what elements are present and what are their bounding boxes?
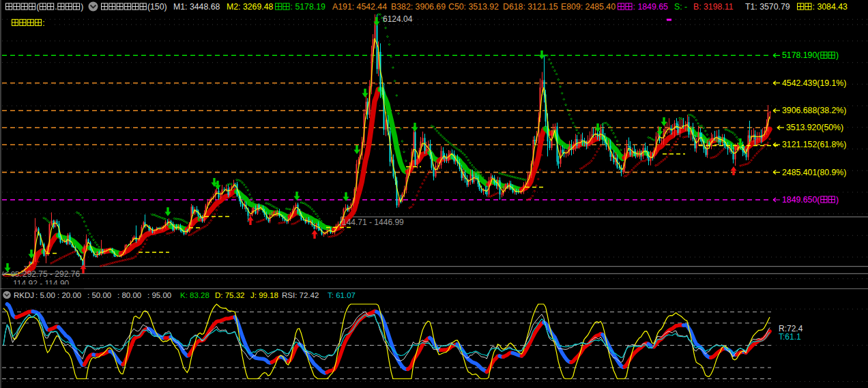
svg-text:M1: 3448.68: M1: 3448.68 xyxy=(173,2,220,12)
svg-text:4542.439(19.1%): 4542.439(19.1%) xyxy=(782,78,846,88)
svg-text:): ) xyxy=(81,2,83,12)
svg-text:E809: 2485.40: E809: 2485.40 xyxy=(561,2,616,12)
svg-text::: : xyxy=(42,18,44,28)
svg-text:T:61.1: T:61.1 xyxy=(779,332,801,342)
svg-text:M2: 3269.48: M2: 3269.48 xyxy=(227,2,274,12)
svg-text:: 3084.43: : 3084.43 xyxy=(813,2,848,12)
svg-text:6124.04: 6124.04 xyxy=(383,14,413,24)
svg-text:3906.688(38.2%): 3906.688(38.2%) xyxy=(782,106,846,115)
svg-text:C50: 3513.92: C50: 3513.92 xyxy=(448,2,499,12)
svg-text:: 50.00: : 50.00 xyxy=(87,291,111,299)
svg-text:: 80.00: : 80.00 xyxy=(117,291,141,299)
svg-text:292.75 - 292.76: 292.75 - 292.76 xyxy=(23,269,80,279)
svg-text:3121.152(61.8%): 3121.152(61.8%) xyxy=(782,140,846,149)
svg-text:K: 83.28: K: 83.28 xyxy=(180,291,209,299)
svg-text:B382: 3906.69: B382: 3906.69 xyxy=(391,2,446,12)
svg-text:T: 61.07: T: 61.07 xyxy=(328,291,356,299)
svg-text:D618: 3121.15: D618: 3121.15 xyxy=(503,2,558,12)
svg-text:): ) xyxy=(836,50,839,60)
svg-text:3513.920(50%): 3513.920(50%) xyxy=(786,123,843,132)
svg-text:: 5.00: : 5.00 xyxy=(35,291,55,299)
svg-text:D: 75.32: D: 75.32 xyxy=(215,291,244,299)
svg-text:2485.401(80.9%): 2485.401(80.9%) xyxy=(782,168,846,177)
svg-text:J: 99.18: J: 99.18 xyxy=(250,291,278,299)
svg-text:B: 3198.11: B: 3198.11 xyxy=(693,2,734,12)
svg-text:1849.650(: 1849.650( xyxy=(782,195,820,205)
svg-text:5178.190(: 5178.190( xyxy=(782,50,820,60)
svg-text:S: -: S: - xyxy=(674,2,687,12)
svg-text:: 20.00: : 20.00 xyxy=(57,291,81,299)
svg-text:(150): (150) xyxy=(147,2,167,12)
svg-text:: 1849.65: : 1849.65 xyxy=(633,2,668,12)
svg-text:.: . xyxy=(55,2,57,12)
svg-text:: 5178.19: : 5178.19 xyxy=(291,2,326,12)
svg-text:): ) xyxy=(836,195,839,205)
svg-text:: 95.00: : 95.00 xyxy=(147,291,171,299)
svg-text:RSI: 72.42: RSI: 72.42 xyxy=(282,291,319,299)
svg-text:144.71 - 1446.99: 144.71 - 1446.99 xyxy=(342,218,404,227)
svg-text:95.: 95. xyxy=(11,270,21,278)
svg-text:A191: 4542.44: A191: 4542.44 xyxy=(332,2,387,12)
svg-text:T1: 3570.79: T1: 3570.79 xyxy=(745,2,790,12)
svg-text:RKDJ: RKDJ xyxy=(14,291,34,299)
